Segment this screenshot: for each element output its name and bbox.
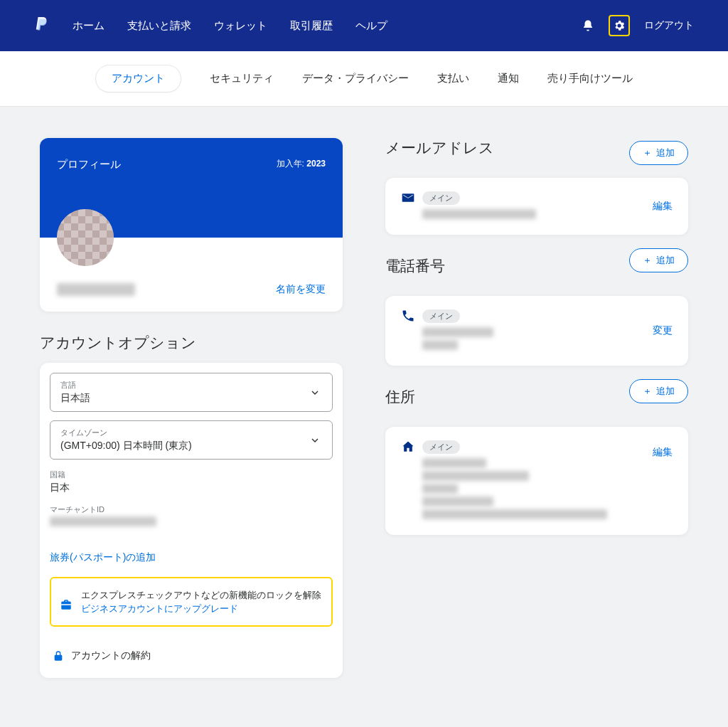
address-badge: メイン — [422, 440, 460, 454]
email-card: メイン 編集 — [385, 178, 688, 235]
upgrade-link[interactable]: ビジネスアカウントにアップグレード — [81, 603, 238, 614]
nationality-value: 日本 — [50, 482, 333, 494]
nav-wallet[interactable]: ウォレット — [214, 19, 267, 33]
tab-security[interactable]: セキュリティ — [210, 72, 274, 85]
avatar[interactable] — [57, 209, 114, 266]
rename-link[interactable]: 名前を変更 — [276, 283, 326, 296]
email-value — [422, 209, 536, 219]
paypal-logo[interactable] — [34, 16, 50, 35]
home-icon — [401, 440, 415, 454]
address-line — [422, 484, 458, 494]
address-line — [422, 497, 493, 506]
address-line — [422, 458, 486, 468]
phone-badge: メイン — [422, 309, 460, 323]
phone-value-2 — [422, 340, 458, 350]
tab-notification[interactable]: 通知 — [498, 72, 519, 85]
nav-home[interactable]: ホーム — [73, 19, 105, 33]
email-badge: メイン — [422, 191, 460, 205]
edit-email-link[interactable]: 編集 — [653, 200, 673, 213]
tab-payment[interactable]: 支払い — [437, 72, 469, 85]
email-title: メールアドレス — [385, 138, 494, 158]
address-line — [422, 509, 607, 519]
joined-year: 加入年: 2023 — [277, 158, 326, 170]
tab-privacy[interactable]: データ・プライバシー — [302, 72, 409, 85]
profile-name — [57, 283, 135, 296]
chevron-down-icon — [309, 387, 321, 398]
timezone-select[interactable]: タイムゾーン (GMT+09:00) 日本時間 (東京) — [50, 420, 333, 460]
upgrade-box: エクスプレスチェックアウトなどの新機能のロックを解除 ビジネスアカウントにアップ… — [50, 577, 333, 627]
mail-icon — [401, 191, 415, 205]
close-account-link[interactable]: アカウントの解約 — [50, 642, 333, 668]
address-line — [422, 471, 529, 481]
gear-icon[interactable] — [609, 15, 630, 36]
phone-icon — [401, 309, 415, 323]
add-email-button[interactable]: ＋追加 — [629, 141, 688, 165]
logout-link[interactable]: ログアウト — [644, 19, 694, 32]
address-card: メイン 編集 — [385, 427, 688, 535]
lock-icon — [53, 650, 64, 662]
nav-payments[interactable]: 支払いと請求 — [127, 19, 191, 33]
bell-icon[interactable] — [577, 15, 599, 36]
phone-title: 電話番号 — [385, 256, 445, 276]
tab-seller[interactable]: 売り手向けツール — [547, 72, 633, 85]
merchant-id-value — [50, 516, 156, 526]
phone-card: メイン 変更 — [385, 296, 688, 366]
phone-value — [422, 327, 493, 337]
add-address-button[interactable]: ＋追加 — [629, 379, 688, 403]
nav-help[interactable]: ヘルプ — [355, 19, 387, 33]
nationality-label: 国籍 — [50, 469, 333, 480]
edit-address-link[interactable]: 編集 — [653, 446, 673, 459]
address-title: 住所 — [385, 387, 415, 407]
merchant-id-label: マーチャントID — [50, 504, 333, 515]
language-select[interactable]: 言語 日本語 — [50, 373, 333, 412]
chevron-down-icon — [309, 435, 321, 446]
edit-phone-link[interactable]: 変更 — [653, 324, 673, 337]
add-phone-button[interactable]: ＋追加 — [629, 248, 688, 272]
nav-activity[interactable]: 取引履歴 — [290, 19, 333, 33]
tab-account[interactable]: アカウント — [95, 65, 181, 92]
briefcase-icon — [60, 598, 73, 611]
options-title: アカウントオプション — [40, 333, 343, 353]
passport-link[interactable]: 旅券(パスポート)の追加 — [50, 551, 333, 564]
